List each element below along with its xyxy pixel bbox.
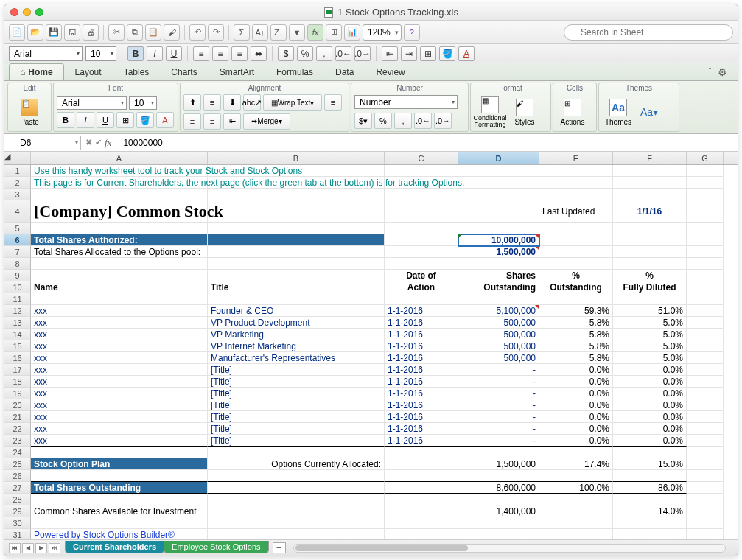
themes-button[interactable]: AaThemes (602, 94, 634, 130)
cut-button[interactable]: ✂ (108, 24, 125, 41)
col-header-c[interactable]: C (385, 152, 458, 164)
help-button[interactable]: ? (404, 24, 420, 41)
search-input[interactable] (564, 24, 733, 41)
cell[interactable]: Name (31, 281, 208, 293)
paste-button[interactable]: 📋Paste (13, 94, 46, 130)
bold-button[interactable]: B (127, 46, 144, 61)
filter-button[interactable]: ▼ (289, 24, 305, 41)
cell[interactable]: This page is for Current Shareholders, t… (31, 177, 208, 189)
tab-layout[interactable]: Layout (64, 63, 113, 80)
col-header-g[interactable]: G (687, 152, 724, 164)
collapse-ribbon-button[interactable]: ˆ (708, 66, 712, 78)
zoom-combo[interactable]: 120% (363, 24, 402, 41)
redo-button[interactable]: ↷ (208, 24, 224, 41)
ribbon-fill-button[interactable]: 🪣 (136, 112, 154, 128)
minimize-icon[interactable] (23, 8, 31, 16)
align-r-button[interactable]: ≡ (203, 113, 221, 130)
conditional-formatting-button[interactable]: ▦Conditional Formatting (474, 94, 506, 130)
theme-fonts-button[interactable]: Aa▾ (637, 94, 662, 130)
cell-title[interactable]: [Company] Common Stock (31, 200, 208, 223)
ribbon-italic-button[interactable]: I (77, 112, 94, 128)
currency-ribbon-button[interactable]: $▾ (354, 113, 372, 129)
align-l-button[interactable]: ≡ (324, 94, 342, 111)
undo-button[interactable]: ↶ (189, 24, 206, 41)
comma-ribbon-button[interactable]: , (394, 113, 412, 129)
col-header-d[interactable]: D (458, 152, 539, 164)
increase-indent-button[interactable]: ⇥ (401, 46, 417, 61)
decrease-indent-button[interactable]: ⇤ (382, 46, 398, 61)
italic-button[interactable]: I (147, 46, 163, 61)
fx-icon[interactable]: fx (105, 137, 111, 149)
font-color-button[interactable]: A (458, 46, 475, 61)
align-top-button[interactable]: ⬆ (183, 94, 201, 111)
ribbon-border-button[interactable]: ⊞ (116, 112, 134, 128)
cell[interactable]: Total Shares Authorized: (31, 234, 208, 246)
save-button[interactable]: 💾 (46, 24, 62, 41)
sort-desc-button[interactable]: Z↓ (270, 24, 287, 41)
print-button[interactable]: 🖨 (83, 24, 99, 41)
fill-color-button[interactable]: 🪣 (439, 46, 455, 61)
underline-button[interactable]: U (166, 46, 182, 61)
cell[interactable]: xxx (31, 305, 208, 317)
tab-home[interactable]: ⌂Home (9, 63, 64, 80)
number-format-combo[interactable]: Number (354, 95, 458, 109)
cell[interactable]: Use this handy worksheet tool to track y… (31, 165, 208, 177)
save-as-button[interactable]: 🖫 (64, 24, 80, 41)
align-bot-button[interactable]: ⬇ (223, 94, 241, 111)
tab-review[interactable]: Review (365, 63, 416, 80)
powered-link[interactable]: Powered by Stock Options Builder® (31, 529, 208, 539)
close-icon[interactable] (10, 8, 18, 16)
ribbon-size-combo[interactable]: 10 (129, 96, 157, 110)
styles-button[interactable]: 🖌Styles (508, 94, 541, 130)
wrap-text-button[interactable]: ▦ Wrap Text ▾ (263, 94, 322, 111)
show-formulas-button[interactable]: ⊞ (326, 24, 342, 41)
spreadsheet-grid[interactable]: ◢ A B C D E F G 1Use this handy workshee… (4, 152, 738, 539)
tab-charts[interactable]: Charts (160, 63, 208, 80)
cell[interactable]: 1/1/16 (613, 200, 687, 223)
align-left-button[interactable]: ≡ (193, 46, 209, 61)
fx-button[interactable]: fx (307, 24, 323, 41)
name-box[interactable]: D6 (15, 136, 81, 150)
new-doc-button[interactable]: 📄 (9, 24, 25, 41)
zoom-icon[interactable] (35, 8, 43, 16)
indent-dec-button[interactable]: ⇤ (223, 113, 241, 130)
horizontal-scrollbar[interactable] (293, 544, 726, 553)
tab-formulas[interactable]: Formulas (265, 63, 324, 80)
selected-cell[interactable]: 10,000,000 (458, 234, 539, 246)
ribbon-underline-button[interactable]: U (97, 112, 114, 128)
ribbon-settings-icon[interactable]: ⚙ (718, 66, 727, 78)
col-header-e[interactable]: E (539, 152, 613, 164)
orientation-button[interactable]: abc↗ (243, 94, 261, 111)
dec-dec-button[interactable]: .0→ (434, 113, 452, 129)
align-c-button[interactable]: ≡ (183, 113, 201, 130)
ribbon-fontcolor-button[interactable]: A (156, 112, 174, 128)
ribbon-font-combo[interactable]: Arial (57, 96, 127, 110)
first-sheet-button[interactable]: ⏮ (9, 543, 21, 553)
cell[interactable]: Title (208, 281, 385, 293)
format-painter-button[interactable]: 🖌 (164, 24, 180, 41)
open-button[interactable]: 📂 (27, 24, 43, 41)
sheet-tab-options[interactable]: Employee Stock Options (164, 541, 268, 553)
percent-ribbon-button[interactable]: % (374, 113, 392, 129)
cell[interactable]: Total Shares Allocated to the Options po… (31, 246, 208, 258)
ribbon-bold-button[interactable]: B (57, 112, 74, 128)
sheet-tab-current[interactable]: Current Shareholders (65, 541, 164, 553)
percent-button[interactable]: % (297, 46, 313, 61)
inc-dec-button[interactable]: .0← (414, 113, 432, 129)
cell[interactable]: Last Updated (539, 200, 613, 223)
tab-tables[interactable]: Tables (113, 63, 161, 80)
formula-input[interactable] (119, 136, 738, 150)
font-size-combo[interactable]: 10 (85, 46, 116, 61)
copy-button[interactable]: ⧉ (127, 24, 143, 41)
comma-button[interactable]: , (316, 46, 332, 61)
font-name-combo[interactable]: Arial (9, 46, 83, 61)
col-header-b[interactable]: B (208, 152, 385, 164)
borders-button[interactable]: ⊞ (420, 46, 436, 61)
cell[interactable]: 1,500,000 (458, 246, 539, 258)
col-header-f[interactable]: F (613, 152, 687, 164)
add-sheet-button[interactable]: + (273, 542, 286, 553)
merge-button-ribbon[interactable]: ⬌ Merge ▾ (243, 113, 290, 130)
sort-asc-button[interactable]: A↓ (252, 24, 268, 41)
tab-smartart[interactable]: SmartArt (209, 63, 265, 80)
last-sheet-button[interactable]: ⏭ (49, 543, 60, 553)
